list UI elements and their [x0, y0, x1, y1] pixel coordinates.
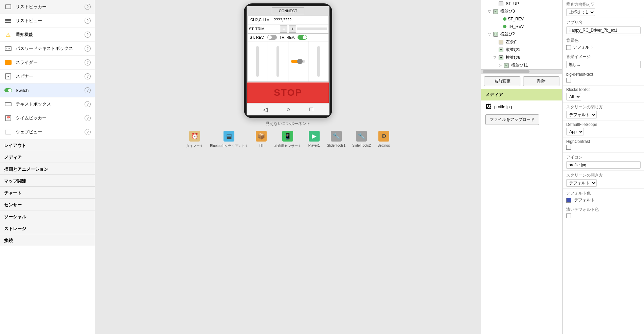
prop-color-box-default[interactable]	[566, 198, 571, 203]
tree-toggle-horizontal2[interactable]: ▽	[487, 32, 492, 37]
tree-scrollbar[interactable]	[481, 69, 562, 73]
tree-item-th-rev[interactable]: TH_REV	[481, 23, 562, 30]
tree-toggle-vertical1	[492, 47, 498, 53]
tree-item-st-rev[interactable]: ST_REV	[481, 15, 562, 23]
inv-bluetooth1[interactable]: ⬓ Bluetoothクライアント１	[210, 130, 248, 148]
inv-slidertools2[interactable]: 🔧 SliderTools2	[352, 130, 371, 148]
tree-toggle-horizontal11[interactable]: ▷	[498, 63, 503, 68]
prop-checkbox-dark-default[interactable]	[566, 214, 571, 218]
sidebar-item-switch[interactable]: Switch ?	[0, 84, 95, 97]
trim-label: ST. TRIM.	[249, 27, 279, 31]
help-icon-switch[interactable]: ?	[85, 87, 91, 93]
tree-item-horizontal8[interactable]: ▽ H 横並び8	[481, 54, 562, 61]
prop-checkbox-background-color[interactable]	[566, 45, 571, 50]
inv-settings[interactable]: ⚙ Settings	[378, 130, 390, 148]
vertical-slider-3[interactable]	[317, 46, 320, 77]
prop-select-screen-close[interactable]: デフォルト	[566, 111, 597, 118]
category-maps[interactable]: マップ関連	[0, 175, 95, 187]
tree-icon-horizontal2: H	[492, 32, 499, 37]
delete-button[interactable]: 削除	[523, 76, 559, 86]
h-slider-track[interactable]	[291, 60, 305, 63]
tree-actions: 名前変更 削除	[481, 73, 562, 89]
slider-col-4[interactable]	[308, 41, 328, 81]
help-icon-notification[interactable]: ?	[85, 32, 91, 38]
inv-slidertools1[interactable]: 🔧 SliderTools1	[327, 130, 345, 148]
media-file-item[interactable]: 🖼 profile.jpg	[481, 100, 562, 113]
help-icon-textbox[interactable]: ?	[85, 101, 91, 107]
stop-button[interactable]: STOP	[247, 82, 329, 103]
prop-select-blocks-toolkit[interactable]: All	[566, 93, 581, 100]
th-rev-toggle[interactable]	[298, 35, 307, 40]
upload-button[interactable]: ファイルをアップロード	[485, 114, 539, 125]
app-content: CONNECT CH2,CH1＝ ????,???? ST. TRIM. − +	[247, 6, 329, 103]
sidebar-item-slider[interactable]: スライダー ?	[0, 56, 95, 70]
connect-bar: CONNECT	[247, 6, 329, 16]
sidebar-item-notification[interactable]: ⚠ 通知機能 ?	[0, 28, 95, 42]
inv-player1[interactable]: ▶ Player1	[308, 130, 320, 148]
horizontal-slider-wrapper[interactable]	[289, 60, 307, 63]
connect-button[interactable]: CONNECT	[272, 7, 304, 14]
sidebar-item-textbox[interactable]: テキストボックス ?	[0, 97, 95, 111]
sidebar-label-list-view: リストビュー	[16, 18, 85, 24]
category-social[interactable]: ソーシャル	[0, 210, 95, 222]
invisible-components: ⏰ タイマー１ ⬓ Bluetoothクライアント１ 📦 TH 📱	[186, 128, 390, 152]
slider-col-1[interactable]	[248, 41, 268, 81]
inv-timer1[interactable]: ⏰ タイマー１	[186, 130, 203, 148]
help-icon-list-view[interactable]: ?	[85, 18, 91, 24]
nav-home-icon[interactable]: ○	[287, 106, 290, 113]
help-icon-slider[interactable]: ?	[85, 59, 91, 66]
h-slider-thumb[interactable]	[297, 59, 303, 64]
tree-toggle-horizontal3[interactable]: ▽	[487, 9, 492, 14]
inv-th[interactable]: 📦 TH	[255, 130, 267, 148]
tree-item-horizontal11[interactable]: ▷ H 横並び11	[481, 61, 562, 69]
component-tree-panel: ST_UP ▽ H 横並び3 ST_REV TH_REV ▽ H 横並び2 左余…	[481, 0, 562, 334]
sidebar-item-password-textbox[interactable]: パスワードテキストボックス ?	[0, 42, 95, 56]
tree-item-left-margin[interactable]: 左余白	[481, 38, 562, 46]
trim-minus-button[interactable]: −	[280, 25, 287, 33]
tree-item-horizontal2[interactable]: ▽ H 横並び2	[481, 30, 562, 38]
prop-input-app-name[interactable]	[566, 26, 641, 34]
help-icon-webview[interactable]: ?	[85, 129, 91, 135]
st-rev-toggle[interactable]	[267, 35, 277, 40]
category-charts[interactable]: チャート	[0, 187, 95, 199]
vertical-slider-2[interactable]	[276, 46, 279, 77]
tree-item-horizontal3[interactable]: ▽ H 横並び3	[481, 7, 562, 15]
slider-col-3[interactable]	[288, 41, 309, 81]
vertical-slider-1[interactable]	[256, 46, 259, 77]
sidebar-label-notification: 通知機能	[16, 32, 85, 38]
tree-toggle-horizontal8[interactable]: ▽	[492, 55, 498, 60]
trim-plus-button[interactable]: +	[289, 25, 296, 33]
prop-checkbox-big-default-text[interactable]	[566, 78, 571, 82]
prop-select-default-file-scope[interactable]: App	[566, 128, 584, 135]
sidebar-item-webview[interactable]: ウェブビュー ?	[0, 125, 95, 139]
sidebar-item-list-view[interactable]: リストビュー ?	[0, 14, 95, 28]
ch-label: CH2,CH1＝ ????,????	[250, 18, 291, 22]
bluetooth1-icon: ⬓	[223, 130, 235, 142]
category-sensors[interactable]: センサー	[0, 199, 95, 210]
nav-recent-icon[interactable]: □	[309, 106, 313, 113]
prop-input-icon[interactable]	[566, 161, 641, 169]
help-icon-timepicker[interactable]: ?	[85, 115, 91, 121]
help-icon-list-picker[interactable]: ?	[85, 4, 91, 10]
prop-select-vertical-alignment[interactable]: 上揃え：1	[566, 8, 595, 16]
prop-select-screen-open[interactable]: デフォルト	[566, 179, 597, 187]
slider-col-2[interactable]	[268, 41, 288, 81]
category-connectivity[interactable]: 接続	[0, 234, 95, 246]
help-icon-password[interactable]: ?	[85, 45, 91, 52]
tree-item-st-up[interactable]: ST_UP	[481, 0, 562, 7]
help-icon-spinner[interactable]: ?	[85, 73, 91, 79]
tree-item-vertical1[interactable]: V 縦並び1	[481, 46, 562, 54]
category-drawing[interactable]: 描画とアニメーション	[0, 163, 95, 175]
inv-accelerometer1[interactable]: 📱 加速度センサー１	[274, 130, 301, 148]
nav-back-icon[interactable]: ◁	[263, 106, 268, 113]
rename-button[interactable]: 名前変更	[484, 76, 520, 86]
sidebar-item-spinner[interactable]: ▼ スピナー ?	[0, 70, 95, 84]
bluetooth1-label: Bluetoothクライアント１	[210, 144, 248, 148]
prop-input-background-image[interactable]	[566, 61, 641, 68]
sidebar-item-timepicker[interactable]: 📅 タイムピッカー ?	[0, 111, 95, 125]
prop-checkbox-high-contrast[interactable]	[566, 145, 571, 150]
category-media[interactable]: メディア	[0, 151, 95, 163]
category-storage[interactable]: ストレージ	[0, 222, 95, 234]
category-layout[interactable]: レイアウト	[0, 139, 95, 151]
sidebar-item-list-picker[interactable]: リストピッカー ?	[0, 0, 95, 14]
